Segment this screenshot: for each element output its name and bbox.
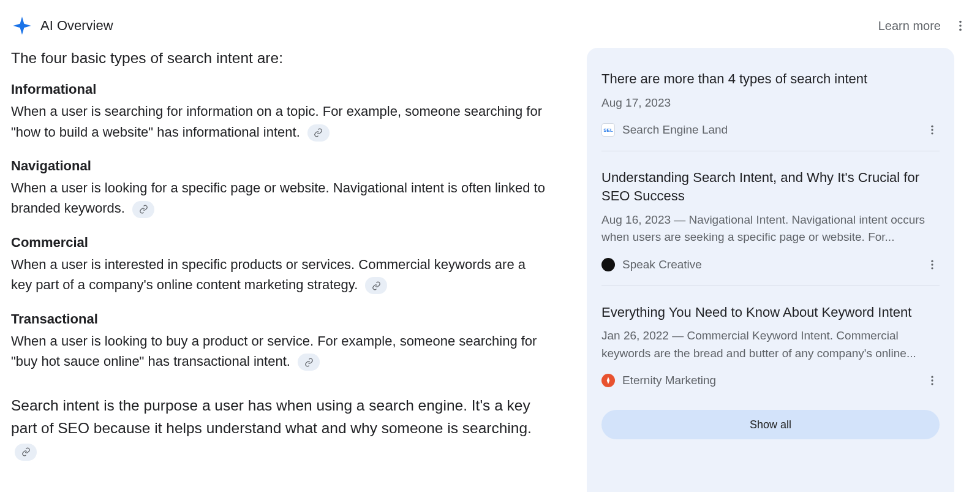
citations-panel: There are more than 4 types of search in… — [587, 48, 954, 492]
brand: AI Overview — [12, 16, 113, 36]
citation-link-icon[interactable] — [132, 201, 154, 218]
section-body: When a user is interested in specific pr… — [11, 254, 550, 295]
citation-source[interactable]: SEL Search Engine Land — [601, 123, 728, 137]
favicon-icon — [601, 258, 615, 271]
top-bar: AI Overview Learn more — [11, 11, 969, 48]
citation-source-name: Eternity Marketing — [622, 374, 716, 387]
section-heading: Transactional — [11, 311, 550, 327]
outro-body: Search intent is the purpose a user has … — [11, 397, 532, 436]
divider — [601, 151, 940, 151]
citation-menu-icon[interactable] — [925, 373, 940, 388]
citation-title[interactable]: Everything You Need to Know About Keywor… — [601, 303, 940, 322]
citation-source-name: Speak Creative — [622, 258, 702, 271]
citation-source[interactable]: Eternity Marketing — [601, 374, 716, 387]
section-body: When a user is looking for a specific pa… — [11, 178, 550, 219]
section-body: When a user is searching for information… — [11, 101, 550, 142]
svg-point-6 — [931, 260, 933, 262]
citation-title[interactable]: Understanding Search Intent, and Why It'… — [601, 168, 940, 205]
top-actions: Learn more — [878, 18, 968, 33]
svg-point-4 — [931, 129, 933, 131]
citation-link-icon[interactable] — [15, 444, 37, 461]
section-heading: Commercial — [11, 235, 550, 251]
section-body-text: When a user is interested in specific pr… — [11, 257, 526, 292]
citation-item: Everything You Need to Know About Keywor… — [601, 300, 940, 402]
citation-source[interactable]: Speak Creative — [601, 258, 702, 271]
menu-kebab-icon[interactable] — [953, 18, 968, 33]
svg-point-9 — [931, 376, 933, 378]
citation-menu-icon[interactable] — [925, 257, 940, 272]
svg-point-1 — [959, 25, 962, 27]
citation-menu-icon[interactable] — [925, 123, 940, 137]
divider — [601, 286, 940, 286]
citation-link-icon[interactable] — [298, 354, 320, 371]
citation-title[interactable]: There are more than 4 types of search in… — [601, 70, 940, 88]
svg-point-0 — [959, 21, 962, 23]
section-body: When a user is looking to buy a product … — [11, 331, 550, 372]
ai-sparkle-icon — [12, 16, 32, 36]
overview-title: AI Overview — [40, 18, 113, 34]
favicon-icon: SEL — [601, 123, 615, 137]
citation-snippet: Aug 16, 2023 — Navigational Intent. Navi… — [601, 211, 940, 246]
section-body-text: When a user is looking for a specific pa… — [11, 180, 545, 216]
svg-point-8 — [931, 267, 933, 269]
favicon-icon — [601, 374, 615, 387]
citation-snippet: Jan 26, 2022 — Commercial Keyword Intent… — [601, 327, 940, 362]
svg-point-2 — [959, 29, 962, 31]
citation-link-icon[interactable] — [307, 124, 330, 142]
svg-point-5 — [931, 132, 933, 134]
show-all-button[interactable]: Show all — [601, 410, 940, 439]
outro-text: Search intent is the purpose a user has … — [11, 394, 550, 463]
intro-text: The four basic types of search intent ar… — [11, 48, 550, 68]
svg-point-10 — [931, 380, 933, 382]
svg-point-11 — [931, 383, 933, 385]
section-body-text: When a user is searching for information… — [11, 104, 542, 139]
svg-point-3 — [931, 126, 933, 127]
section-heading: Informational — [11, 81, 550, 97]
citation-link-icon[interactable] — [365, 277, 387, 294]
citation-source-name: Search Engine Land — [622, 123, 728, 137]
citation-item: Understanding Search Intent, and Why It'… — [601, 165, 940, 285]
learn-more-link[interactable]: Learn more — [878, 19, 941, 33]
overview-content: The four basic types of search intent ar… — [11, 48, 550, 492]
section-heading: Navigational — [11, 158, 550, 174]
section-body-text: When a user is looking to buy a product … — [11, 333, 537, 369]
citation-date: Aug 17, 2023 — [601, 94, 940, 112]
citation-item: There are more than 4 types of search in… — [601, 66, 940, 151]
svg-point-7 — [931, 263, 933, 265]
